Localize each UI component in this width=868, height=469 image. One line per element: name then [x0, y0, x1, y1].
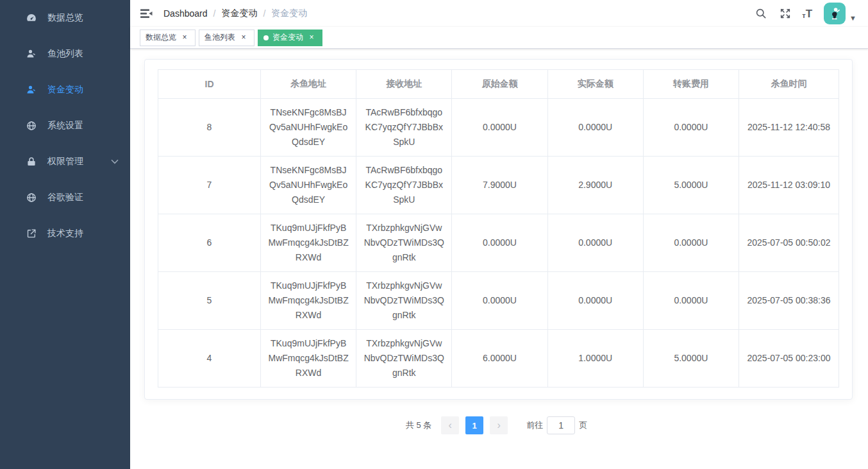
font-size-icon[interactable]: тT — [802, 8, 812, 19]
cell-receive-address: TXrbzphkgvNjGVwNbvQDzTWiMDs3QgnRtk — [356, 330, 452, 388]
dashboard-icon — [26, 12, 37, 24]
cell-kill-time: 2025-11-12 12:40:58 — [739, 99, 839, 157]
cell-kill-address: TKuq9mUJjFkfPyBMwFmqcg4kJsDtBZRXWd — [261, 272, 356, 330]
cell-actual-amount: 0.0000U — [547, 99, 643, 157]
tag-label: 鱼池列表 — [204, 32, 235, 43]
navbar-actions: тT ▼ — [743, 3, 856, 24]
sidebar-item-label: 技术支持 — [47, 228, 83, 239]
column-header-kill-address: 杀鱼地址 — [261, 70, 356, 99]
tag-label: 数据总览 — [146, 32, 176, 43]
sidebar-item-fish-pool-list[interactable]: 鱼池列表 — [0, 36, 130, 72]
lock-icon — [26, 156, 37, 167]
cell-original-amount: 0.0000U — [452, 272, 547, 330]
fullscreen-icon[interactable] — [779, 7, 792, 20]
page-number-1[interactable]: 1 — [465, 416, 483, 434]
main-area: Dashboard / 资金变动 / 资金变动 тT — [130, 0, 868, 469]
tags-view: 数据总览 × 鱼池列表 × 资金变动 × — [130, 27, 868, 49]
table-row: 5 TKuq9mUJjFkfPyBMwFmqcg4kJsDtBZRXWd TXr… — [158, 272, 839, 330]
avatar[interactable] — [824, 3, 846, 24]
cell-actual-amount: 0.0000U — [547, 272, 643, 330]
sidebar-item-label: 谷歌验证 — [47, 192, 83, 203]
sidebar-item-label: 鱼池列表 — [47, 48, 83, 60]
sidebar: 数据总览 鱼池列表 资金变动 系统设置 权限管理 — [0, 0, 130, 469]
cell-kill-time: 2025-07-05 00:38:36 — [739, 272, 839, 330]
tag-data-overview[interactable]: 数据总览 × — [140, 30, 196, 46]
cell-kill-address: TKuq9mUJjFkfPyBMwFmqcg4kJsDtBZRXWd — [261, 330, 356, 388]
sidebar-item-label: 数据总览 — [47, 12, 83, 24]
globe-icon — [26, 192, 37, 203]
table-row: 4 TKuq9mUJjFkfPyBMwFmqcg4kJsDtBZRXWd TXr… — [158, 330, 839, 388]
cell-transfer-fee: 0.0000U — [643, 272, 739, 330]
table-header-row: ID 杀鱼地址 接收地址 原始金额 实际金额 转账费用 杀鱼时间 — [158, 70, 839, 99]
column-header-kill-time: 杀鱼时间 — [739, 70, 839, 99]
sidebar-item-tech-support[interactable]: 技术支持 — [0, 216, 130, 252]
chevron-left-icon: ‹ — [449, 420, 452, 431]
globe-icon — [26, 120, 37, 132]
tag-fund-changes-active[interactable]: 资金变动 × — [258, 30, 322, 46]
tag-label: 资金变动 — [272, 32, 303, 43]
column-header-original-amount: 原始金额 — [452, 70, 547, 99]
breadcrumb-dashboard[interactable]: Dashboard — [163, 8, 208, 19]
content-card: ID 杀鱼地址 接收地址 原始金额 实际金额 转账费用 杀鱼时间 8 TNseK… — [144, 59, 853, 400]
cell-id: 6 — [158, 214, 261, 272]
pagination-total: 共 5 条 — [406, 420, 431, 431]
user-menu[interactable]: ▼ — [824, 3, 856, 24]
chevron-down-icon — [111, 159, 119, 164]
sidebar-item-label: 权限管理 — [47, 156, 83, 167]
cell-id: 4 — [158, 330, 261, 388]
cell-id: 7 — [158, 157, 261, 214]
page-unit-label: 页 — [579, 420, 587, 431]
close-icon[interactable]: × — [238, 33, 249, 43]
sidebar-item-data-overview[interactable]: 数据总览 — [0, 0, 130, 36]
search-icon[interactable] — [755, 7, 767, 20]
cell-kill-time: 2025-07-05 00:23:00 — [739, 330, 839, 388]
sidebar-item-system-settings[interactable]: 系统设置 — [0, 108, 130, 144]
breadcrumb-separator: / — [213, 8, 216, 19]
cell-original-amount: 7.9000U — [452, 157, 547, 214]
close-icon[interactable]: × — [306, 33, 317, 43]
sidebar-item-google-verification[interactable]: 谷歌验证 — [0, 180, 130, 216]
cell-original-amount: 0.0000U — [452, 99, 547, 157]
sidebar-item-label: 资金变动 — [47, 84, 83, 96]
prev-page-button[interactable]: ‹ — [441, 416, 459, 434]
hamburger-toggle-icon[interactable] — [139, 6, 153, 21]
cell-kill-address: TNseKNFgc8MsBJQv5aNUHhFwgkEoQdsdEY — [261, 99, 356, 157]
user-icon — [26, 84, 37, 96]
column-header-receive-address: 接收地址 — [356, 70, 452, 99]
cell-kill-time: 2025-11-12 03:09:10 — [739, 157, 839, 214]
table-row: 8 TNseKNFgc8MsBJQv5aNUHhFwgkEoQdsdEY TAc… — [158, 99, 839, 157]
user-icon — [26, 48, 37, 60]
cell-transfer-fee: 5.0000U — [643, 330, 739, 388]
app-main: ID 杀鱼地址 接收地址 原始金额 实际金额 转账费用 杀鱼时间 8 TNseK… — [130, 49, 868, 469]
active-tag-dot — [263, 35, 269, 40]
external-link-icon — [26, 228, 37, 239]
column-header-transfer-fee: 转账费用 — [643, 70, 739, 99]
fund-changes-table: ID 杀鱼地址 接收地址 原始金额 实际金额 转账费用 杀鱼时间 8 TNseK… — [158, 69, 839, 388]
cell-transfer-fee: 0.0000U — [643, 214, 739, 272]
cell-receive-address: TXrbzphkgvNjGVwNbvQDzTWiMDs3QgnRtk — [356, 272, 452, 330]
table-row: 6 TKuq9mUJjFkfPyBMwFmqcg4kJsDtBZRXWd TXr… — [158, 214, 839, 272]
breadcrumb-fund-changes[interactable]: 资金变动 — [221, 8, 257, 19]
tag-fish-pool-list[interactable]: 鱼池列表 × — [199, 30, 255, 46]
cell-original-amount: 0.0000U — [452, 214, 547, 272]
caret-down-icon[interactable]: ▼ — [849, 14, 856, 22]
cell-actual-amount: 2.9000U — [547, 157, 643, 214]
cell-kill-time: 2025-07-05 00:50:02 — [739, 214, 839, 272]
breadcrumb-separator: / — [263, 8, 265, 19]
page-jump-input[interactable] — [547, 416, 575, 434]
cell-kill-address: TKuq9mUJjFkfPyBMwFmqcg4kJsDtBZRXWd — [261, 214, 356, 272]
sidebar-item-permission-management[interactable]: 权限管理 — [0, 144, 130, 180]
breadcrumb: Dashboard / 资金变动 / 资金变动 — [163, 8, 307, 19]
avatar-figure-icon — [826, 5, 843, 22]
cell-receive-address: TXrbzphkgvNjGVwNbvQDzTWiMDs3QgnRtk — [356, 214, 452, 272]
chevron-right-icon: › — [497, 420, 501, 431]
cell-receive-address: TAcRwBF6bfxbqgoKC7yqzQfY7JBbBxSpkU — [356, 99, 452, 157]
table-row: 7 TNseKNFgc8MsBJQv5aNUHhFwgkEoQdsdEY TAc… — [158, 157, 839, 214]
goto-label: 前往 — [526, 420, 543, 431]
close-icon[interactable]: × — [179, 33, 190, 43]
sidebar-item-fund-changes[interactable]: 资金变动 — [0, 72, 130, 108]
table-body: 8 TNseKNFgc8MsBJQv5aNUHhFwgkEoQdsdEY TAc… — [158, 99, 839, 388]
cell-id: 8 — [158, 99, 261, 157]
cell-actual-amount: 1.0000U — [547, 330, 643, 388]
next-page-button[interactable]: › — [490, 416, 508, 434]
